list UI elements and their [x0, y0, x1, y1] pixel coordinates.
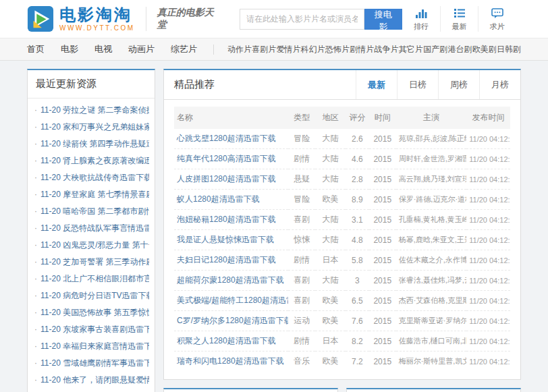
nav-link-category[interactable]: 恐怖片	[325, 44, 350, 55]
cell-year: 2015	[369, 149, 396, 169]
movie-title-link[interactable]: 我是证人悬疑惊悚迅雷下载	[177, 235, 274, 244]
table-row: 瑞奇和闪电1280超清迅雷下载音乐欧美7.22015梅丽尔·斯特里普,凯文·克莱…	[174, 352, 510, 372]
nav-link-category[interactable]: 欧美剧	[472, 44, 497, 55]
recent-updates-header: 最近更新资源	[28, 70, 155, 99]
cell-name: 瑞奇和闪电1280超清迅雷下载	[174, 352, 288, 372]
movie-title-link[interactable]: 心跳戈壁1280超清迅雷下载	[177, 134, 276, 143]
search-bar: 搜电影	[240, 9, 402, 30]
cell-type: 音乐	[288, 352, 315, 372]
recent-update-link[interactable]: 11-20 摩登家庭 第七季情景喜剧迅雷	[40, 190, 149, 199]
nav-link-primary[interactable]: 动画片	[128, 43, 155, 55]
cell-type: 惊悚	[288, 230, 315, 250]
recent-update-link[interactable]: 11-20 反恐特战队军事言情迅雷下载	[40, 223, 149, 233]
recent-update-link[interactable]: 11-20 雪域雄鹰剧情军事迅雷下载	[40, 358, 149, 368]
recent-update-link[interactable]: 11-20 家和万事兴之兄弟姐妹家庭情感...	[40, 122, 149, 132]
cell-rating: 3.1	[346, 210, 369, 230]
movie-title-link[interactable]: 夫妇日记1280超清迅雷下载	[177, 255, 276, 264]
movie-title-link[interactable]: C罗/罗纳尔多1280超清迅雷下载	[177, 316, 288, 325]
recent-update-link[interactable]: 11-20 北上广不相信眼泪都市言情迅雷...	[40, 274, 149, 283]
movie-title-link[interactable]: 纯真年代1280高清迅雷下载	[177, 154, 276, 163]
nav-link-category[interactable]: 日韩剧	[497, 44, 521, 55]
nav-link-category[interactable]: 动作片	[227, 44, 252, 55]
movie-title-link[interactable]: 蚁人1280超清迅雷下载	[177, 194, 260, 204]
movie-title-link[interactable]: 积聚之人1280超清迅雷下载	[177, 336, 276, 345]
nav-link-primary[interactable]: 综艺片	[171, 43, 197, 55]
nav-link-category[interactable]: 剧情片	[350, 44, 374, 55]
recent-update-link[interactable]: 11-20 大秧歌抗战传奇迅雷下载	[40, 173, 149, 182]
search-input[interactable]	[240, 9, 364, 30]
bar-chart-icon	[402, 6, 440, 20]
recent-update-link[interactable]: 11-20 劳拉之谜 第二季命案侦探迅雷	[40, 105, 149, 115]
recent-update-link[interactable]: 11-20 他来了，请闭眼悬疑爱情迅雷下...	[40, 375, 149, 385]
list-item: ·11-20 嘻哈帝国 第二季都市剧情迅雷	[33, 203, 149, 220]
cell-type: 剧情	[288, 149, 315, 169]
nav-link-category[interactable]: 爱情片	[277, 44, 301, 55]
recent-update-link[interactable]: 11-20 东坡家事古装喜剧迅雷下载	[40, 325, 149, 334]
quick-link-label: 排行	[414, 22, 429, 30]
site-logo[interactable]: 电影淘淘 WWW.DYTT.COM	[27, 5, 135, 32]
cell-year: 2015	[369, 291, 396, 311]
movie-title-link[interactable]: 美式极端/超能特工1280超清迅雷	[177, 296, 288, 305]
table-row: 蚁人1280超清迅雷下载冒险欧美8.92015保罗·路德,迈克尔·道格拉斯,伊万…	[174, 190, 510, 210]
recent-update-link[interactable]: 11-20 芝加哥警署 第三季动作剧情迅	[40, 257, 149, 267]
nav-link-category[interactable]: 喜剧片	[252, 44, 276, 55]
cell-stars: 保罗·路德,迈克尔·道格拉斯,伊万	[396, 190, 467, 210]
nav-link-primary[interactable]: 电影	[61, 43, 78, 55]
quick-link-最新[interactable]: 最新	[440, 6, 478, 32]
tab-周榜[interactable]: 周榜	[438, 70, 479, 99]
nav-link-category[interactable]: 港台剧	[447, 44, 472, 55]
movie-title-link[interactable]: 超能荷尔蒙1280超清迅雷下载	[177, 275, 284, 285]
quick-link-求片[interactable]: 求片	[478, 6, 516, 32]
table-row: C罗/罗纳尔多1280超清迅雷下载运动欧美7.62015克里斯蒂亚诺·罗纳尔多,…	[174, 311, 510, 331]
cell-type: 喜剧	[288, 291, 315, 311]
recent-update-link[interactable]: 11-20 肾上腺素之夜原著改编迅雷下载	[40, 156, 149, 165]
featured-table-body: 心跳戈壁1280超清迅雷下载冒险大陆2.62015苑琼,邵兵,彭波,陈正纬,伊利…	[174, 129, 510, 371]
cell-name: 人皮拼图1280超清迅雷下载	[174, 169, 288, 190]
search-button[interactable]: 搜电影	[364, 9, 403, 30]
cell-type: 剧情	[288, 250, 315, 271]
recent-update-link[interactable]: 11-20 美国恐怖故事 第五季惊悚悬疑	[40, 308, 149, 317]
tab-日榜[interactable]: 日榜	[397, 70, 438, 99]
cell-type: 剧情	[288, 331, 315, 352]
top-bar: 电影淘淘 WWW.DYTT.COM 真正的电影天堂 搜电影 排行最新求片	[0, 0, 548, 38]
nav-link-category[interactable]: 国产剧	[423, 44, 447, 55]
movie-title-link[interactable]: 泡妞秘籍1280超清迅雷下载	[177, 215, 276, 224]
bullet-dot: ·	[34, 291, 37, 300]
column-header: 地区	[315, 107, 346, 129]
main-column: 精品推荐 最新日榜周榜月榜 名称类型地区评分时间主演发布时间 心跳戈壁1280超…	[163, 69, 521, 392]
table-row: 超能荷尔蒙1280超清迅雷下载喜剧大陆32015张睿浛,聂佳炜,冯梦,云翔,11…	[174, 271, 510, 291]
cell-stars: 苑琼,邵兵,彭波,陈正纬,伊利亚尔·	[396, 129, 467, 149]
nav-link-category[interactable]: 其它片	[399, 44, 423, 55]
cell-region: 大陆	[315, 149, 346, 169]
quick-link-排行[interactable]: 排行	[402, 6, 440, 32]
recent-update-link[interactable]: 11-20 凶鬼恶灵/邪恶力量 第十一季魔...	[40, 240, 149, 250]
nav-link-primary[interactable]: 电视	[94, 43, 112, 55]
recent-update-link[interactable]: 11-20 嘻哈帝国 第二季都市剧情迅雷	[40, 206, 149, 216]
recent-updates-list: ·11-20 劳拉之谜 第二季命案侦探迅雷·11-20 家和万事兴之兄弟姐妹家庭…	[28, 99, 155, 392]
nav-link-category[interactable]: 战争片	[375, 44, 399, 55]
cell-rating: 2.8	[346, 169, 369, 190]
quick-link-label: 最新	[452, 22, 467, 30]
tab-月榜[interactable]: 月榜	[479, 70, 520, 99]
cell-rating: 2.6	[346, 129, 369, 149]
column-header: 评分	[346, 107, 369, 129]
cell-stars: 高云翔,姚乃瑾,刘宣瑾,马少骅,	[396, 169, 467, 190]
movie-title-link[interactable]: 人皮拼图1280超清迅雷下载	[177, 174, 276, 184]
movie-title-link[interactable]: 瑞奇和闪电1280超清迅雷下载	[177, 356, 284, 366]
recent-update-link[interactable]: 11-20 幸福归来家庭言情迅雷下载	[40, 341, 149, 351]
site-url: WWW.DYTT.COM	[59, 24, 135, 32]
recent-update-link[interactable]: 11-20 绿箭侠 第四季动作悬疑迅雷下	[40, 139, 149, 148]
recent-update-link[interactable]: 11-20 病危时分日语TV迅雷下载	[40, 291, 149, 300]
nav-link-category[interactable]: 科幻片	[301, 44, 325, 55]
nav-link-primary[interactable]: 首页	[27, 43, 45, 55]
cell-rating: 4.6	[346, 149, 369, 169]
cell-published: 11/20 04:12:10	[466, 352, 510, 372]
cell-name: 泡妞秘籍1280超清迅雷下载	[174, 210, 288, 230]
tab-最新[interactable]: 最新	[356, 70, 397, 99]
featured-tabs: 最新日榜周榜月榜	[356, 70, 520, 99]
cell-rating: 7.6	[346, 311, 369, 331]
cell-published: 11/20 04:12:11	[466, 210, 510, 230]
list-item: ·11-20 尖叫女王 第一季恐怖喜剧迅雷	[33, 389, 149, 392]
cell-rating: 7.2	[346, 352, 369, 372]
cell-stars: 佐佐木藏之介,永作博美,佐藤仁美	[396, 250, 467, 271]
